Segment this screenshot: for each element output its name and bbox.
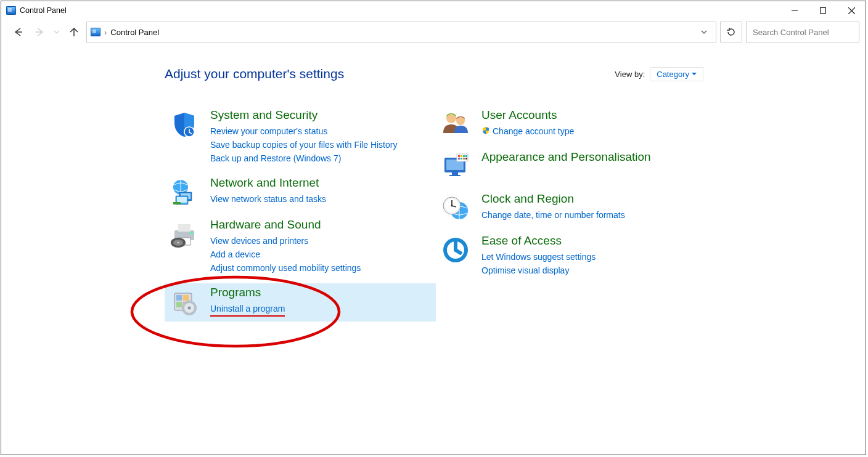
close-button[interactable]: [837, 1, 866, 20]
viewby-label: View by:: [615, 70, 645, 79]
users-icon: [441, 110, 470, 139]
category-title[interactable]: System and Security: [210, 108, 436, 122]
titlebar: Control Panel: [1, 1, 866, 20]
heading-row: Adjust your computer's settings View by:…: [165, 67, 703, 81]
ease-of-access-icon: [441, 235, 470, 265]
svg-rect-24: [176, 295, 182, 301]
category-body: Hardware and Sound View devices and prin…: [210, 218, 436, 275]
window-title: Control Panel: [20, 6, 67, 15]
category-body: Programs Uninstall a program: [210, 286, 436, 317]
category-link[interactable]: Add a device: [210, 248, 436, 261]
svg-rect-45: [465, 158, 467, 160]
recent-dropdown[interactable]: [52, 23, 62, 41]
svg-rect-26: [176, 302, 182, 307]
page-heading: Adjust your computer's settings: [165, 67, 344, 81]
viewby-value: Category: [657, 70, 689, 79]
svg-rect-36: [449, 175, 461, 176]
category-link[interactable]: Adjust commonly used mobility settings: [210, 261, 436, 275]
category-column-right: User Accounts Change account type Appear: [436, 106, 707, 325]
category-title[interactable]: Programs: [210, 286, 436, 299]
search-input[interactable]: [751, 27, 858, 38]
category-system-security: System and Security Review your computer…: [165, 106, 436, 170]
category-link[interactable]: Optimise visual display: [481, 264, 707, 277]
caret-down-icon: [692, 71, 697, 76]
svg-rect-14: [177, 197, 187, 203]
svg-rect-39: [461, 155, 462, 157]
control-panel-window: Control Panel ›: [1, 1, 866, 455]
category-link[interactable]: Review your computer's status: [210, 124, 436, 138]
svg-rect-40: [463, 155, 465, 157]
category-link-uninstall[interactable]: Uninstall a program: [210, 302, 436, 317]
svg-rect-41: [465, 155, 467, 157]
svg-rect-42: [458, 158, 460, 160]
category-programs: Programs Uninstall a program: [165, 283, 436, 322]
category-body: User Accounts Change account type: [481, 108, 707, 139]
category-link[interactable]: Change date, time or number formats: [481, 208, 707, 222]
clock-globe-icon: [441, 193, 470, 223]
category-ease-of-access: Ease of Access Let Windows suggest setti…: [436, 232, 707, 282]
svg-rect-43: [461, 158, 462, 160]
svg-point-51: [451, 205, 453, 207]
search-box[interactable]: [746, 22, 859, 42]
titlebar-left: Control Panel: [6, 6, 67, 15]
svg-rect-44: [463, 158, 465, 160]
breadcrumb[interactable]: Control Panel: [110, 28, 159, 37]
category-column-left: System and Security Review your computer…: [165, 106, 436, 325]
svg-rect-25: [183, 295, 189, 301]
svg-rect-15: [173, 202, 181, 204]
category-link[interactable]: View network status and tasks: [210, 192, 436, 206]
svg-point-30: [188, 307, 191, 310]
nav-row: › Control Panel: [1, 20, 866, 44]
category-link[interactable]: Save backup copies of your files with Fi…: [210, 138, 436, 152]
programs-icon: [170, 287, 199, 317]
svg-rect-1: [821, 8, 826, 14]
category-link[interactable]: Let Windows suggest settings: [481, 250, 707, 264]
category-title[interactable]: Hardware and Sound: [210, 218, 436, 232]
up-button[interactable]: [65, 23, 83, 41]
maximize-button[interactable]: [809, 1, 837, 20]
uac-shield-icon: [481, 125, 490, 139]
globe-network-icon: [170, 177, 199, 207]
forward-button[interactable]: [31, 23, 48, 41]
svg-rect-17: [178, 224, 190, 232]
window-controls: [780, 1, 866, 20]
category-body: Network and Internet View network status…: [210, 176, 436, 206]
category-clock-region: Clock and Region Change date, time or nu…: [436, 190, 707, 228]
minimize-button[interactable]: [780, 1, 809, 20]
category-appearance: Appearance and Personalisation: [436, 148, 707, 186]
category-link[interactable]: Back up and Restore (Windows 7): [210, 152, 436, 165]
svg-rect-35: [452, 172, 458, 175]
address-icon: [91, 28, 100, 36]
control-panel-icon: [6, 6, 16, 15]
category-network-internet: Network and Internet View network status…: [165, 174, 436, 212]
category-body: Ease of Access Let Windows suggest setti…: [481, 234, 707, 277]
category-columns: System and Security Review your computer…: [1, 106, 866, 325]
address-bar[interactable]: › Control Panel: [86, 22, 716, 42]
address-dropdown[interactable]: [696, 22, 712, 42]
shield-icon: [170, 110, 199, 139]
category-body: Clock and Region Change date, time or nu…: [481, 192, 707, 222]
category-title[interactable]: User Accounts: [481, 108, 707, 122]
view-by: View by: Category: [615, 67, 703, 81]
svg-point-19: [190, 232, 193, 234]
svg-point-22: [177, 242, 179, 244]
category-body: Appearance and Personalisation: [481, 150, 707, 166]
refresh-button[interactable]: [720, 22, 742, 42]
svg-rect-38: [458, 155, 460, 157]
category-hardware-sound: Hardware and Sound View devices and prin…: [165, 216, 436, 280]
content-area: Adjust your computer's settings View by:…: [1, 44, 866, 325]
category-link[interactable]: View devices and printers: [210, 234, 436, 248]
category-title[interactable]: Appearance and Personalisation: [481, 150, 707, 164]
category-title[interactable]: Ease of Access: [481, 234, 707, 248]
category-title[interactable]: Network and Internet: [210, 176, 436, 190]
monitor-appearance-icon: [441, 152, 470, 181]
category-user-accounts: User Accounts Change account type: [436, 106, 707, 144]
chevron-right-icon[interactable]: ›: [103, 28, 108, 37]
back-button[interactable]: [10, 23, 27, 41]
category-body: System and Security Review your computer…: [210, 108, 436, 165]
viewby-select[interactable]: Category: [650, 67, 703, 81]
category-link[interactable]: Change account type: [481, 124, 707, 139]
category-title[interactable]: Clock and Region: [481, 192, 707, 206]
printer-icon: [170, 219, 199, 249]
